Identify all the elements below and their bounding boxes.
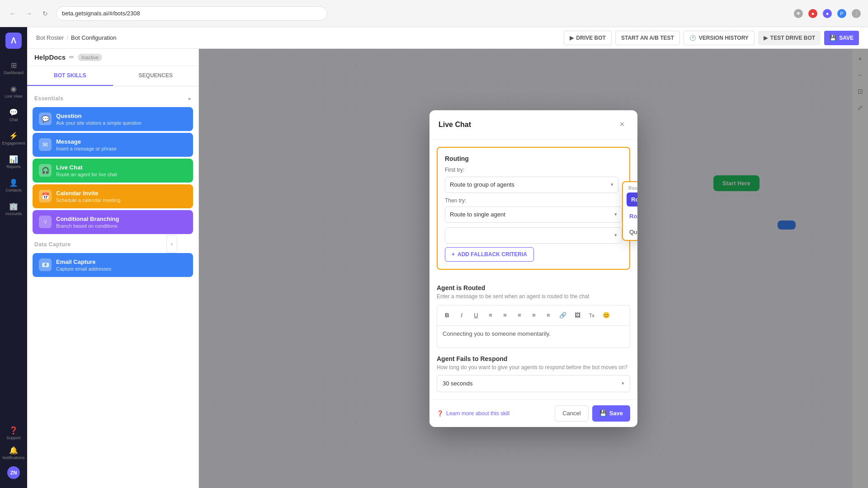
route-type-option-round-robin[interactable]: Round Robin	[623, 208, 637, 224]
menu-icon[interactable]: ⋮	[852, 9, 861, 18]
align-left-button[interactable]: ≡	[484, 309, 497, 322]
italic-button[interactable]: I	[455, 309, 468, 322]
skill-conditional-branching[interactable]: ⑂ Conditional Branching Branch based on …	[33, 210, 193, 234]
tab-sequences[interactable]: SEQUENCES	[113, 66, 199, 86]
browser-bar: ← → ↻ beta.getsignals.ai/#/bots/2308 ★ ●…	[0, 0, 868, 27]
question-icon: 💬	[39, 113, 52, 125]
start-ab-test-button[interactable]: START AN A/B TEST	[615, 31, 680, 45]
save-button[interactable]: 💾 SAVE	[824, 31, 859, 45]
add-fallback-button[interactable]: + ADD FALLBACK CRITERIA	[445, 247, 534, 262]
editor-content[interactable]: Connecting you to someone momentarily.	[437, 325, 630, 348]
sidebar-item-contacts[interactable]: 👤 Contacts	[4, 175, 24, 195]
skill-email-capture[interactable]: 📧 Email Capture Capture email addresses	[33, 253, 193, 277]
sidebar-item-user[interactable]: ZN	[4, 463, 24, 483]
bot-name-bar: HelpDocs ✏ Inactive	[27, 49, 198, 66]
agent-routed-desc: Enter a message to be sent when an agent…	[437, 293, 630, 300]
breadcrumb-sep: /	[66, 34, 68, 41]
bot-name: HelpDocs	[34, 53, 66, 61]
app-logo: Λ	[5, 33, 22, 49]
underline-button[interactable]: U	[470, 309, 482, 322]
test-drive-button[interactable]: ▶ TEST DRIVE BOT	[758, 31, 821, 45]
branching-icon: ⑂	[39, 216, 52, 228]
emoji-button[interactable]: 😊	[600, 309, 613, 322]
modal-save-button[interactable]: 💾 Save	[592, 405, 630, 422]
skill-live-chat[interactable]: 🎧 Live Chat Route an agent for live chat	[33, 159, 193, 183]
sidebar-item-accounts[interactable]: 🏢 Accounts	[4, 199, 24, 219]
duration-select[interactable]: 30 seconds ▾	[437, 375, 630, 392]
skills-sidebar: HelpDocs ✏ Inactive BOT SKILLS SEQUENCES…	[27, 49, 199, 488]
forward-button[interactable]: →	[24, 8, 34, 19]
learn-more-link[interactable]: ❓ Learn more about this skill	[437, 410, 509, 417]
then-try-label: Then try:	[445, 197, 622, 204]
route-type-option-quick-draw[interactable]: Quick Draw	[623, 224, 637, 240]
agent-routed-section: Agent is Routed Enter a message to be se…	[429, 277, 637, 355]
then-try-row: Route to single agent ▾	[445, 206, 622, 223]
extension2-icon[interactable]: ●	[823, 9, 832, 18]
first-try-select[interactable]: Route to group of agents ▾	[445, 177, 618, 193]
sidebar-item-chat[interactable]: 💬 Chat	[4, 105, 24, 125]
first-try-chevron-icon: ▾	[611, 182, 613, 188]
routing-section: Routing First try: Route to group of age…	[437, 147, 630, 270]
bookmark-icon[interactable]: ★	[794, 9, 803, 18]
agent-select[interactable]: ▾	[445, 227, 622, 244]
contacts-icon: 👤	[9, 178, 18, 187]
sidebar-item-engagement[interactable]: ⚡ Engagement	[4, 128, 24, 148]
left-nav: Λ ⊞ Dashboard ◉ Live View 💬 Chat ⚡ Engag…	[0, 27, 27, 488]
first-try-label: First try:	[445, 167, 622, 173]
align-right-button[interactable]: ≡	[513, 309, 526, 322]
agent-routed-title: Agent is Routed	[437, 284, 630, 291]
ordered-list-button[interactable]: ≡	[528, 309, 540, 322]
agent-fails-desc: How long do you want to give your agents…	[437, 364, 630, 371]
link-button[interactable]: 🔗	[557, 309, 569, 322]
editor-toolbar: B I U ≡ ≡ ≡ ≡ ≡ 🔗 🖼	[437, 305, 630, 325]
sidebar-item-support[interactable]: ❓ Support	[4, 423, 24, 443]
essentials-section-header: Essentials ▸	[27, 90, 198, 105]
engagement-icon: ⚡	[9, 131, 18, 140]
drive-bot-button[interactable]: ▶ DRIVE BOT	[564, 31, 612, 45]
skill-question[interactable]: 💬 Question Ask your site visitors a simp…	[33, 107, 193, 131]
back-button[interactable]: ←	[7, 8, 18, 19]
url-bar[interactable]: beta.getsignals.ai/#/bots/2308	[56, 6, 327, 21]
bot-editor: HelpDocs ✏ Inactive BOT SKILLS SEQUENCES…	[27, 49, 868, 488]
reload-button[interactable]: ↻	[40, 8, 51, 19]
edit-icon[interactable]: ✏	[69, 54, 74, 61]
cancel-button[interactable]: Cancel	[555, 405, 588, 422]
agent-select-row: ▾	[445, 227, 622, 244]
profile-icon[interactable]: P	[837, 9, 846, 18]
sidebar-item-dashboard[interactable]: ⊞ Dashboard	[4, 58, 24, 78]
test-icon: ▶	[764, 35, 768, 41]
first-try-row: Route to group of agents ▾ Route Type	[445, 177, 622, 193]
add-fallback-plus-icon: +	[452, 251, 455, 258]
calendar-icon: 📅	[39, 190, 52, 202]
route-type-dropdown[interactable]: Route Type Round Robin ▴ Round Robin	[622, 181, 637, 241]
chevron-right-icon: ▸	[189, 96, 192, 102]
skill-calendar[interactable]: 📅 Calendar Invite Schedule a calendar me…	[33, 184, 193, 208]
extension-icon[interactable]: ●	[808, 9, 817, 18]
agent-fails-section: Agent Fails to Respond How long do you w…	[429, 355, 637, 399]
breadcrumb: Bot Roster / Bot Configuration	[36, 34, 117, 41]
live-chat-modal: Live Chat × Routing First try:	[429, 110, 637, 427]
then-try-select[interactable]: Route to single agent ▾	[445, 206, 622, 223]
modal-overlay: Live Chat × Routing First try:	[199, 49, 868, 488]
skill-message[interactable]: ✉ Message Insert a message or phrase	[33, 133, 193, 157]
image-button[interactable]: 🖼	[571, 309, 584, 322]
sidebar-item-reports[interactable]: 📊 Reports	[4, 152, 24, 172]
browser-actions: ★ ● ● P ⋮	[794, 9, 861, 18]
modal-body: Routing First try: Route to group of age…	[429, 140, 637, 399]
modal-close-button[interactable]: ×	[616, 118, 628, 131]
agent-fails-title: Agent Fails to Respond	[437, 355, 630, 362]
tab-bot-skills[interactable]: BOT SKILLS	[27, 66, 113, 86]
align-center-button[interactable]: ≡	[499, 309, 511, 322]
sidebar-item-live-view[interactable]: ◉ Live View	[4, 81, 24, 101]
footer-actions: Cancel 💾 Save	[555, 405, 630, 422]
clear-format-button[interactable]: Tx	[585, 309, 598, 322]
version-history-button[interactable]: 🕐 VERSION HISTORY	[684, 31, 755, 45]
route-type-selected[interactable]: Round Robin ▴	[627, 192, 637, 206]
routing-title: Routing	[445, 155, 622, 162]
bold-button[interactable]: B	[441, 309, 453, 322]
sidebar-item-notifications[interactable]: 🔔 Notifications	[4, 443, 24, 463]
dashboard-icon: ⊞	[11, 61, 17, 70]
unordered-list-button[interactable]: ≡	[542, 309, 555, 322]
collapse-sidebar-button[interactable]: ‹	[166, 235, 177, 253]
top-bar: Bot Roster / Bot Configuration ▶ DRIVE B…	[27, 27, 868, 49]
